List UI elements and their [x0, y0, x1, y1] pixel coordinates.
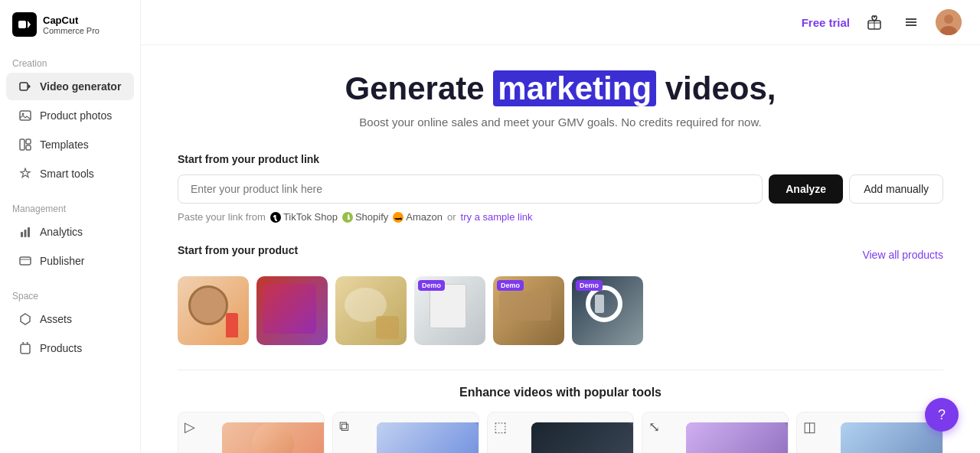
logo-icon — [12, 12, 37, 37]
sidebar-item-templates[interactable]: Templates — [6, 131, 134, 158]
templates-icon — [18, 138, 32, 152]
svg-point-5 — [22, 113, 24, 116]
sidebar-item-product-photos[interactable]: Product photos — [6, 102, 134, 129]
svg-rect-9 — [21, 232, 23, 237]
svg-rect-0 — [18, 21, 26, 28]
svg-rect-12 — [20, 257, 31, 265]
main-panel: Free trial Generate marketing videos, Bo… — [141, 0, 980, 453]
hero-subtitle: Boost your online sales and meet your GM… — [178, 116, 943, 129]
assets-icon — [18, 312, 32, 326]
demo-badge-4: Demo — [418, 280, 445, 291]
sidebar-item-video-generator[interactable]: Video generator — [6, 73, 134, 100]
sidebar-item-assets-label: Assets — [40, 313, 72, 325]
svg-point-19 — [944, 15, 953, 24]
view-all-products-link[interactable]: View all products — [862, 249, 943, 261]
tool-preview-4 — [686, 422, 788, 453]
menu-button[interactable] — [899, 10, 923, 34]
creation-section-label: Creation — [0, 52, 140, 72]
svg-rect-13 — [21, 344, 30, 354]
tool-card-3[interactable]: ⬚ — [487, 412, 634, 453]
analyze-button[interactable]: Analyze — [769, 174, 843, 204]
hero-word2: marketing — [493, 70, 656, 106]
hero-section: Generate marketing videos, Boost your on… — [178, 70, 943, 129]
svg-point-23 — [393, 212, 403, 223]
products-section-label: Start from your product — [178, 244, 298, 256]
free-trial-button[interactable]: Free trial — [802, 16, 850, 29]
product-card-6[interactable]: Demo — [572, 276, 643, 345]
add-manually-button[interactable]: Add manually — [849, 174, 943, 204]
svg-rect-4 — [20, 111, 31, 120]
gift-button[interactable] — [862, 10, 887, 34]
smart-tools-icon — [18, 167, 32, 181]
sidebar-item-analytics[interactable]: Analytics — [6, 218, 134, 246]
tiktok-shop-link[interactable]: TikTok Shop — [270, 211, 338, 223]
product-card-5[interactable]: Demo — [493, 276, 564, 345]
user-avatar[interactable] — [936, 9, 962, 35]
shopify-link[interactable]: Shopify — [342, 211, 388, 223]
tool-preview-1 — [222, 422, 324, 453]
tool-icon-3: ⬚ — [494, 419, 507, 435]
tool-icon-4: ⤡ — [648, 419, 660, 435]
svg-rect-8 — [26, 145, 31, 150]
header: Free trial — [141, 0, 980, 45]
product-card-2[interactable] — [256, 276, 328, 345]
logo: CapCut Commerce Pro — [0, 12, 140, 52]
management-section-label: Management — [0, 197, 140, 217]
space-section-label: Space — [0, 285, 140, 305]
publisher-icon — [18, 254, 32, 268]
hero-word1: Generate — [345, 70, 485, 106]
products-icon — [18, 341, 32, 355]
demo-badge-6: Demo — [576, 280, 603, 291]
amazon-link[interactable]: Amazon — [393, 211, 443, 223]
demo-badge-5: Demo — [497, 280, 524, 291]
svg-marker-1 — [28, 21, 31, 28]
logo-text: CapCut Commerce Pro — [43, 15, 100, 35]
try-sample-link[interactable]: try a sample link — [461, 211, 533, 223]
video-generator-icon — [18, 80, 32, 93]
products-grid: Demo Demo Demo — [178, 276, 943, 345]
sidebar-item-templates-label: Templates — [40, 139, 89, 151]
tool-preview-3 — [531, 422, 633, 453]
tool-card-5[interactable]: ◫ — [796, 412, 943, 453]
product-card-3[interactable] — [335, 276, 407, 345]
sidebar-item-smart-tools-label: Smart tools — [40, 168, 94, 180]
enhance-section: Enhance videos with popular tools ▷ ⧉ — [178, 370, 943, 453]
tool-icon-2: ⧉ — [339, 419, 349, 435]
tool-card-1[interactable]: ▷ — [178, 412, 325, 453]
svg-rect-2 — [20, 83, 28, 90]
products-section: Start from your product View all product… — [178, 244, 943, 345]
sidebar-item-products-label: Products — [40, 342, 82, 354]
analytics-icon — [18, 225, 32, 239]
sidebar-item-publisher[interactable]: Publisher — [6, 247, 134, 275]
sidebar-item-smart-tools[interactable]: Smart tools — [6, 160, 134, 187]
product-link-label: Start from your product link — [178, 153, 943, 165]
svg-rect-11 — [28, 227, 30, 237]
tool-card-2[interactable]: ⧉ — [332, 412, 479, 453]
product-card-1[interactable] — [178, 276, 249, 345]
product-card-4[interactable]: Demo — [414, 276, 485, 345]
sidebar-item-video-generator-label: Video generator — [40, 80, 121, 93]
tool-card-4[interactable]: ⤡ — [642, 412, 789, 453]
sidebar-item-products[interactable]: Products — [6, 334, 134, 362]
paste-hint: Paste your link from TikTok Shop Shopify… — [178, 211, 943, 223]
sidebar-item-analytics-label: Analytics — [40, 226, 83, 238]
product-photos-icon — [18, 109, 32, 122]
help-button[interactable]: ? — [925, 398, 959, 432]
product-link-input[interactable] — [178, 174, 763, 204]
enhance-divider — [178, 370, 943, 370]
hero-title: Generate marketing videos, — [178, 70, 943, 108]
sidebar-item-product-photos-label: Product photos — [40, 109, 112, 122]
hero-word3: videos, — [665, 70, 776, 106]
svg-rect-7 — [26, 139, 31, 144]
sidebar-item-publisher-label: Publisher — [40, 255, 84, 267]
tool-preview-5 — [841, 422, 942, 453]
svg-rect-6 — [20, 139, 24, 150]
sidebar-item-assets[interactable]: Assets — [6, 305, 134, 333]
pro-badge: Pro — [87, 26, 100, 35]
tool-preview-2 — [377, 422, 479, 453]
enhance-title: Enhance videos with popular tools — [178, 386, 943, 399]
sidebar: CapCut Commerce Pro Creation Video gener… — [0, 0, 141, 453]
svg-rect-10 — [24, 230, 27, 237]
tool-icon-5: ◫ — [803, 419, 816, 435]
svg-marker-3 — [28, 84, 31, 89]
